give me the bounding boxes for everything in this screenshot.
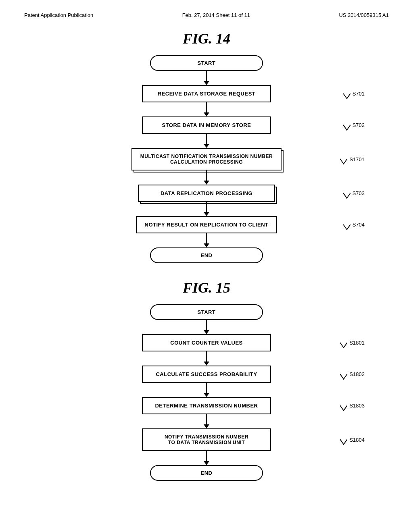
s703-box: DATA REPLICATION PROCESSING: [138, 185, 275, 202]
step-s1802: CALCULATE SUCCESS PROBABILITY S1802: [24, 366, 389, 383]
s1801-box: COUNT COUNTER VALUES: [142, 334, 271, 351]
step-s704: NOTIFY RESULT ON REPLICATION TO CLIENT S…: [24, 216, 389, 233]
step-s1801: COUNT COUNTER VALUES S1801: [24, 334, 389, 351]
s1801-label: S1801: [340, 340, 365, 346]
arrow7: [204, 320, 209, 334]
s704-box: NOTIFY RESULT ON REPLICATION TO CLIENT: [136, 216, 277, 233]
arrow5: [204, 202, 209, 216]
fig15-flowchart: START COUNT COUNTER VALUES S1801 CALCULA…: [24, 304, 389, 481]
fig14-flowchart: START RECEIVE DATA STORAGE REQUEST S701 …: [24, 55, 389, 263]
arrow8: [204, 351, 209, 366]
s1701-box: MULTICAST NOTIFICATION TRANSMISSION NUMB…: [131, 148, 282, 170]
s1803-label: S1803: [340, 403, 365, 409]
step-start15: START: [24, 304, 389, 320]
step-start14: START: [24, 55, 389, 71]
start15-box: START: [150, 304, 263, 320]
page-header: Patent Application Publication Feb. 27, …: [24, 12, 389, 18]
arrow10: [204, 414, 209, 428]
s1802-box: CALCULATE SUCCESS PROBABILITY: [142, 366, 271, 383]
arrow9: [204, 383, 209, 397]
page: Patent Application Publication Feb. 27, …: [0, 0, 413, 532]
s1802-label: S1802: [340, 371, 365, 378]
step-s703: DATA REPLICATION PROCESSING S703: [24, 185, 389, 202]
s1701-wrapper: MULTICAST NOTIFICATION TRANSMISSION NUMB…: [131, 148, 282, 170]
arrow6: [204, 233, 209, 247]
s1804-label: S1804: [340, 436, 365, 443]
step-s701: RECEIVE DATA STORAGE REQUEST S701: [24, 85, 389, 102]
s1803-box: DETERMINE TRANSMISSION NUMBER: [142, 397, 271, 414]
arrow4: [204, 170, 209, 185]
s703-wrapper: DATA REPLICATION PROCESSING: [138, 185, 275, 202]
step-s702: STORE DATA IN MEMORY STORE S702: [24, 116, 389, 134]
start14-box: START: [150, 55, 263, 71]
fig15-title: FIG. 15: [24, 279, 389, 296]
step-s1803: DETERMINE TRANSMISSION NUMBER S1803: [24, 397, 389, 414]
s702-box: STORE DATA IN MEMORY STORE: [142, 116, 271, 134]
header-left: Patent Application Publication: [24, 12, 93, 18]
arrow1: [204, 71, 209, 85]
s702-label: S702: [344, 122, 365, 129]
s701-label: S701: [344, 91, 365, 97]
s1701-label: S1701: [340, 156, 365, 162]
step-s1804: NOTIFY TRANSMISSION NUMBERTO DATA TRANSM…: [24, 428, 389, 451]
end14-box: END: [150, 247, 263, 263]
arrow2: [204, 102, 209, 116]
step-end14: END: [24, 247, 389, 263]
fig14-title: FIG. 14: [24, 30, 389, 47]
arrow11: [204, 451, 209, 465]
arrow3: [204, 134, 209, 148]
s1804-box: NOTIFY TRANSMISSION NUMBERTO DATA TRANSM…: [142, 428, 271, 451]
end15-box: END: [150, 465, 263, 481]
step-end15: END: [24, 465, 389, 481]
s704-label: S704: [344, 222, 365, 228]
s701-box: RECEIVE DATA STORAGE REQUEST: [142, 85, 271, 102]
header-right: US 2014/0059315 A1: [339, 12, 389, 18]
s703-label: S703: [344, 190, 365, 197]
header-center: Feb. 27, 2014 Sheet 11 of 11: [182, 12, 250, 18]
step-s1701: MULTICAST NOTIFICATION TRANSMISSION NUMB…: [24, 148, 389, 170]
